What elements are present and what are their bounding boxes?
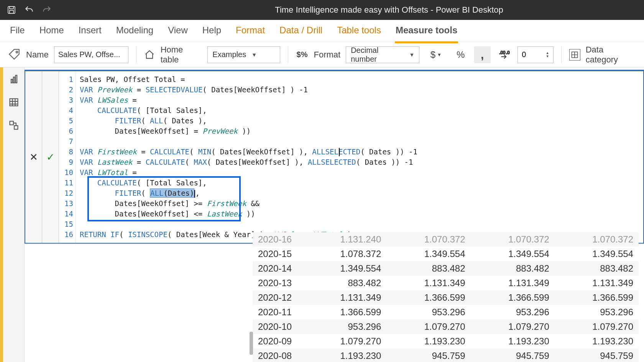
table-cell: 1.193.230 <box>302 349 386 362</box>
format-value: Decimal number <box>351 46 404 64</box>
svg-rect-10 <box>10 99 18 106</box>
table-cell: 1.079.270 <box>386 319 470 334</box>
tab-insert[interactable]: Insert <box>78 23 102 39</box>
table-cell: 2020-13 <box>253 276 302 290</box>
table-cell: 1.366.599 <box>555 290 639 305</box>
thousands-separator-button[interactable]: , <box>474 46 491 63</box>
name-label: Name <box>26 50 49 60</box>
table-cell: 1.349.554 <box>386 247 470 261</box>
home-table-dropdown[interactable]: Examples ▼ <box>207 46 280 63</box>
tab-format[interactable]: Format <box>235 23 266 39</box>
svg-rect-11 <box>10 121 13 125</box>
table-row[interactable]: 2020-121.131.3491.366.5991.366.5991.366.… <box>253 290 639 305</box>
table-cell: 953.296 <box>386 305 470 319</box>
ribbon-toolbar: Name Sales PW, Offse... Home table Examp… <box>0 42 644 67</box>
home-table-icon <box>144 49 155 61</box>
table-cell: 2020-16 <box>253 232 302 247</box>
result-table[interactable]: 2020-161.131.2401.070.3721.070.3721.070.… <box>253 232 639 362</box>
formula-commit-button[interactable]: ✓ <box>42 71 59 243</box>
table-row[interactable]: 2020-161.131.2401.070.3721.070.3721.070.… <box>253 232 639 247</box>
tab-home[interactable]: Home <box>39 23 65 39</box>
separator <box>136 46 136 63</box>
currency-button[interactable]: $▼ <box>425 46 447 63</box>
data-category-label: Data category <box>586 45 636 65</box>
svg-rect-2 <box>10 10 13 13</box>
table-row[interactable]: 2020-10953.2961.079.2701.079.2701.079.27… <box>253 319 639 334</box>
table-cell: 1.366.599 <box>471 290 555 305</box>
chevron-down-icon: ▼ <box>251 52 257 58</box>
report-view-icon[interactable] <box>7 73 20 86</box>
decimals-value: 0 <box>522 50 526 59</box>
scrollbar-thumb[interactable] <box>250 332 253 355</box>
undo-icon[interactable] <box>24 5 34 15</box>
table-row[interactable]: 2020-151.078.3721.349.5541.349.5541.349.… <box>253 247 639 261</box>
table-cell: 1.079.270 <box>471 319 555 334</box>
table-cell: 2020-15 <box>253 247 302 261</box>
table-cell: 2020-09 <box>253 334 302 349</box>
table-row[interactable]: 2020-141.349.554883.482883.482883.482 <box>253 261 639 276</box>
table-cell: 1.078.372 <box>302 247 386 261</box>
title-bar: Time Intelligence made easy with Offsets… <box>0 0 644 20</box>
tab-view[interactable]: View <box>167 23 189 39</box>
format-dropdown[interactable]: Decimal number ▼ <box>346 46 419 63</box>
table-cell: 2020-10 <box>253 319 302 334</box>
decimals-spinner[interactable]: 0 ▲▼ <box>518 46 554 63</box>
tab-file[interactable]: File <box>9 23 26 39</box>
table-row[interactable]: 2020-111.366.599953.296953.296953.296 <box>253 305 639 319</box>
table-row[interactable]: 2020-13883.4821.131.3491.131.3491.131.34… <box>253 276 639 290</box>
table-cell: 1.193.230 <box>555 334 639 349</box>
table-cell: 883.482 <box>302 276 386 290</box>
table-cell: 1.366.599 <box>302 305 386 319</box>
ribbon-tabs: File Home Insert Modeling View Help Form… <box>0 20 644 42</box>
view-rail <box>3 67 25 362</box>
data-view-icon[interactable] <box>7 96 20 109</box>
table-cell: 1.131.349 <box>555 276 639 290</box>
redo-icon[interactable] <box>41 5 52 15</box>
format-fx-icon: $% <box>296 48 309 61</box>
table-cell: 1.366.599 <box>386 290 470 305</box>
separator <box>288 46 288 63</box>
table-cell: 1.131.349 <box>302 290 386 305</box>
table-cell: 1.079.270 <box>555 319 639 334</box>
svg-text:.0: .0 <box>506 50 509 54</box>
home-table-label: Home table <box>161 45 202 65</box>
svg-rect-1 <box>10 7 13 9</box>
table-cell: 1.070.372 <box>555 232 639 247</box>
tab-help[interactable]: Help <box>202 23 222 39</box>
table-row[interactable]: 2020-081.193.230945.759945.759945.759 <box>253 349 639 362</box>
svg-text:.00: .00 <box>499 50 505 54</box>
table-cell: 1.193.230 <box>471 334 555 349</box>
tab-data-drill[interactable]: Data / Drill <box>279 23 323 39</box>
table-cell: 1.131.349 <box>471 276 555 290</box>
table-cell: 945.759 <box>555 349 639 362</box>
tab-table-tools[interactable]: Table tools <box>336 23 382 39</box>
table-cell: 1.070.372 <box>386 232 470 247</box>
home-table-value: Examples <box>212 50 246 59</box>
percent-button[interactable]: % <box>452 46 469 63</box>
decrease-decimals-button[interactable]: .00.0 <box>496 46 513 63</box>
svg-rect-0 <box>8 7 15 13</box>
table-cell: 883.482 <box>386 261 470 276</box>
table-cell: 2020-11 <box>253 305 302 319</box>
table-cell: 953.296 <box>302 319 386 334</box>
table-cell: 2020-14 <box>253 261 302 276</box>
table-row[interactable]: 2020-091.079.2701.193.2301.193.2301.193.… <box>253 334 639 349</box>
table-cell: 1.349.554 <box>471 247 555 261</box>
tab-modeling[interactable]: Modeling <box>115 23 154 39</box>
table-cell: 883.482 <box>555 261 639 276</box>
format-label: Format <box>314 50 340 60</box>
svg-rect-12 <box>14 126 18 129</box>
svg-rect-7 <box>11 79 13 83</box>
formula-editor[interactable]: Sales PW, Offset Total = VAR PrevWeek = … <box>76 71 643 243</box>
formula-cancel-button[interactable]: ✕ <box>25 71 42 243</box>
chevron-down-icon[interactable]: ▼ <box>546 55 549 58</box>
formula-bar[interactable]: ✕ ✓ 12345678910111213141516 Sales PW, Of… <box>25 70 644 244</box>
save-icon[interactable] <box>6 5 17 15</box>
name-tag-icon <box>8 48 21 61</box>
measure-name-input[interactable]: Sales PW, Offse... <box>54 46 128 63</box>
model-view-icon[interactable] <box>7 119 20 132</box>
chevron-down-icon: ▼ <box>409 52 414 58</box>
table-cell: 1.070.372 <box>471 232 555 247</box>
table-cell: 1.349.554 <box>555 247 639 261</box>
tab-measure-tools[interactable]: Measure tools <box>395 23 458 39</box>
